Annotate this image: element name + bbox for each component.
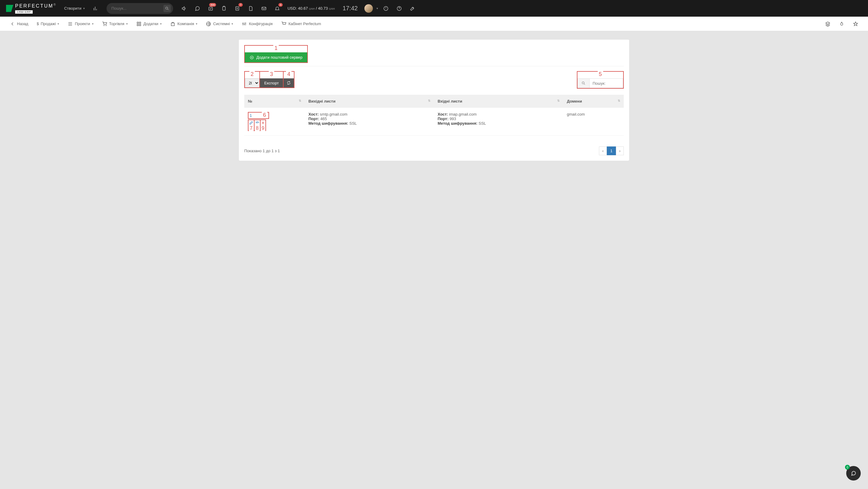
page-size-select[interactable]: 20 bbox=[245, 79, 259, 87]
nav-cabinet[interactable]: Кабінет Perfectum bbox=[278, 19, 325, 29]
create-label: Створити bbox=[64, 6, 82, 10]
tasks-badge: 7 bbox=[239, 3, 243, 7]
inbox-check-icon[interactable]: 300 bbox=[208, 5, 214, 11]
svg-rect-8 bbox=[139, 22, 141, 24]
currency-label: USD: bbox=[287, 6, 297, 10]
page-next[interactable]: › bbox=[616, 147, 624, 155]
sales-label: Продажі bbox=[40, 22, 56, 26]
volume-icon[interactable] bbox=[181, 5, 187, 11]
envelope-icon[interactable] bbox=[261, 5, 267, 11]
nav-config[interactable]: Конфігурація bbox=[238, 19, 276, 29]
sort-icon: ⇅ bbox=[428, 99, 430, 102]
system-label: Системні bbox=[213, 22, 230, 26]
cell-incoming: Хост: imap.gmail.com Порт: 993 Метод шиф… bbox=[434, 108, 563, 135]
annotation-1: 1 Додати поштовий сервер bbox=[244, 45, 308, 63]
bar-chart-icon[interactable] bbox=[93, 5, 99, 11]
mail-servers-table: № ⇅ Вихідні листи ⇅ Вхідні листи ⇅ Домен… bbox=[244, 95, 624, 135]
delete-icon[interactable] bbox=[261, 121, 265, 125]
annotation-2: 2 20 bbox=[244, 71, 259, 88]
sort-icon: ⇅ bbox=[557, 99, 560, 102]
annotation-label-2: 2 bbox=[249, 71, 255, 78]
global-search-input[interactable] bbox=[112, 6, 163, 10]
avatar[interactable] bbox=[364, 4, 373, 13]
page-current[interactable]: 1 bbox=[607, 147, 616, 155]
dollar-icon: $ bbox=[37, 22, 39, 26]
nav-fire-icon[interactable] bbox=[835, 19, 848, 29]
add-server-label: Додати поштовий сервер bbox=[256, 55, 302, 60]
nav-projects[interactable]: Проекти ▾ bbox=[64, 19, 97, 29]
annotation-6: 6 1 bbox=[248, 112, 269, 119]
currency-buy: 40.67 bbox=[298, 6, 308, 10]
annotation-label-5: 5 bbox=[597, 71, 603, 78]
sort-icon: ⇅ bbox=[618, 99, 620, 102]
bell-icon[interactable]: 4 bbox=[274, 5, 280, 11]
svg-point-14 bbox=[582, 82, 584, 84]
wrench-icon[interactable] bbox=[409, 5, 415, 11]
config-label: Конфігурація bbox=[249, 22, 273, 26]
cell-domain: gmail.com bbox=[563, 108, 624, 135]
nav-layers-icon[interactable] bbox=[822, 19, 834, 29]
test-icon[interactable] bbox=[255, 121, 259, 125]
chevron-down-icon: ▾ bbox=[160, 22, 162, 25]
inbox-badge: 300 bbox=[209, 3, 216, 7]
company-label: Компанія bbox=[177, 22, 194, 26]
annotation-label-3: 3 bbox=[269, 71, 274, 78]
table-search-input[interactable] bbox=[590, 79, 623, 88]
page-prev[interactable]: ‹ bbox=[599, 147, 607, 155]
svg-rect-4 bbox=[262, 7, 266, 10]
currency-sell: 40.73 bbox=[318, 6, 328, 10]
addons-label: Додатки bbox=[144, 22, 158, 26]
currency-unit-1: UAH bbox=[309, 7, 315, 10]
clipboard-icon[interactable] bbox=[221, 5, 227, 11]
nav-star-icon[interactable] bbox=[849, 19, 862, 29]
refresh-button[interactable] bbox=[284, 79, 294, 87]
nav-sales[interactable]: $ Продажі ▾ bbox=[33, 19, 63, 28]
nav-system[interactable]: Системні ▾ bbox=[202, 19, 237, 29]
document-icon[interactable] bbox=[248, 5, 254, 11]
col-outgoing[interactable]: Вихідні листи ⇅ bbox=[305, 95, 434, 108]
logo-subtitle: CRM+ERP bbox=[15, 10, 33, 13]
export-label: Експорт bbox=[264, 81, 279, 85]
chevron-down-icon: ▾ bbox=[83, 7, 85, 10]
svg-rect-2 bbox=[222, 7, 225, 10]
clock: 17:42 bbox=[343, 5, 358, 12]
nav-company[interactable]: Компанія ▾ bbox=[166, 19, 201, 29]
secondary-nav: Назад $ Продажі ▾ Проекти ▾ Торгівля ▾ Д… bbox=[0, 17, 868, 31]
logo-text: PERFECTUM bbox=[15, 3, 54, 8]
table-row: 6 1 7 8 bbox=[244, 108, 624, 135]
annotation-label-7: 7 bbox=[249, 126, 254, 131]
avatar-chevron-down-icon[interactable]: ▾ bbox=[376, 7, 378, 10]
nav-trade[interactable]: Торгівля ▾ bbox=[98, 19, 131, 29]
back-button[interactable]: Назад bbox=[6, 19, 32, 29]
power-icon[interactable] bbox=[383, 5, 389, 11]
annotation-label-8: 8 bbox=[255, 126, 260, 131]
row-number[interactable]: 1 bbox=[250, 113, 252, 118]
export-button[interactable]: Експорт bbox=[260, 79, 283, 87]
global-search-button[interactable] bbox=[163, 5, 171, 12]
svg-rect-3 bbox=[236, 7, 239, 10]
annotation-label-1: 1 bbox=[273, 45, 279, 52]
annotation-5: 5 bbox=[577, 71, 624, 89]
col-incoming[interactable]: Вхідні листи ⇅ bbox=[434, 95, 563, 108]
logo[interactable]: PERFECTUM® CRM+ERP bbox=[6, 3, 56, 13]
annotation-7: 7 bbox=[248, 120, 254, 131]
help-icon[interactable] bbox=[396, 5, 402, 11]
toolbar: 2 20 3 Експорт 4 5 bbox=[244, 71, 624, 89]
nav-addons[interactable]: Додатки ▾ bbox=[132, 19, 165, 29]
col-domains[interactable]: Домени ⇅ bbox=[563, 95, 624, 108]
create-dropdown[interactable]: Створити ▾ bbox=[61, 4, 88, 12]
annotation-label-6: 6 bbox=[262, 112, 267, 118]
currency-widget[interactable]: USD: 40.67 UAH / 40.73 UAH bbox=[287, 6, 335, 10]
chat-bubble-icon[interactable] bbox=[194, 5, 200, 11]
chevron-down-icon: ▾ bbox=[58, 22, 59, 25]
currency-sep: / bbox=[316, 6, 317, 10]
pagination: ‹ 1 › bbox=[599, 147, 624, 155]
add-mail-server-button[interactable]: Додати поштовий сервер bbox=[245, 52, 307, 62]
list-check-icon[interactable]: 7 bbox=[234, 5, 240, 11]
svg-rect-10 bbox=[139, 24, 141, 26]
chevron-down-icon: ▾ bbox=[126, 22, 128, 25]
annotation-3: 3 Експорт bbox=[259, 71, 283, 88]
col-num[interactable]: № ⇅ bbox=[244, 95, 305, 108]
edit-icon[interactable] bbox=[249, 121, 253, 125]
annotation-label-4: 4 bbox=[286, 71, 291, 78]
